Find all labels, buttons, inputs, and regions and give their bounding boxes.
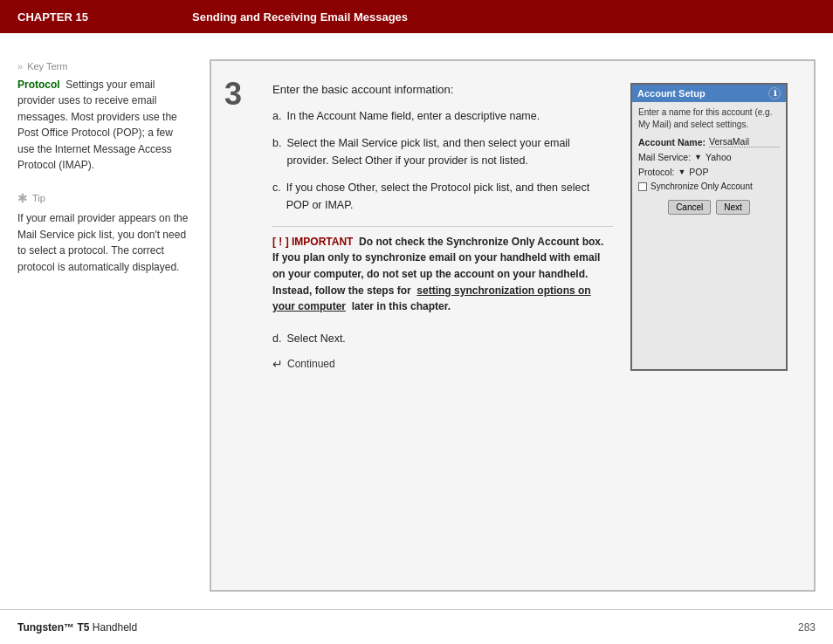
protocol-field-label: Protocol: <box>638 167 674 177</box>
step-c-label: c. <box>272 180 281 214</box>
step-d: d. Select Next. <box>272 332 613 345</box>
tip-header: ✱ Tip <box>17 189 192 208</box>
dialog-description: Enter a name for this account (e.g. My M… <box>638 106 780 131</box>
step-d-text: Select Next. <box>286 332 345 345</box>
step-b: b. Select the Mail Service pick list, an… <box>272 135 613 169</box>
continued-text: Continued <box>287 358 335 370</box>
account-setup-dialog: Account Setup ℹ Enter a name for this ac… <box>630 83 788 371</box>
page-footer: Tungsten™ T5 Handheld 283 <box>0 609 833 644</box>
key-term-text: Settings your email provider uses to rec… <box>17 79 177 172</box>
key-term-label: Key Term <box>27 59 67 74</box>
dialog-buttons: Cancel Next <box>638 196 780 219</box>
key-term-header: » Key Term <box>17 59 192 74</box>
account-name-field: Account Name: VersaMail <box>638 136 780 147</box>
important-box: [ ! ] IMPORTANT Do not check the Synchro… <box>272 226 613 322</box>
step-number: 3 <box>224 79 242 110</box>
step-a-text: In the Account Name field, enter a descr… <box>286 108 540 125</box>
sync-checkbox[interactable] <box>638 182 647 191</box>
mail-service-label: Mail Service: <box>638 152 691 162</box>
key-term-section: » Key Term Protocol Settings your email … <box>17 59 192 174</box>
dialog-title-bar: Account Setup ℹ <box>632 85 786 102</box>
sync-checkbox-row: Synchronize Only Account <box>638 182 780 191</box>
main-content: » Key Term Protocol Settings your email … <box>0 33 833 609</box>
tip-section: ✱ Tip If your email provider appears on … <box>17 189 192 275</box>
chevron-right-icon: » <box>17 59 23 74</box>
protocol-field: Protocol: ▼ POP <box>638 167 780 177</box>
tip-body: If your email provider appears on the Ma… <box>17 210 192 275</box>
header-title: Sending and Receiving Email Messages <box>192 10 408 24</box>
page-header: CHAPTER 15 Sending and Receiving Email M… <box>0 0 833 33</box>
dialog-title: Account Setup <box>637 88 706 99</box>
brand-bold: Tungsten™ T5 <box>17 621 89 634</box>
content-text: Enter the basic account information: a. … <box>272 83 613 371</box>
continued-indicator: ↵ Continued <box>272 357 613 371</box>
important-label: [ ! ] IMPORTANT <box>272 236 353 248</box>
dialog-info-icon[interactable]: ℹ <box>768 87 781 99</box>
step-a: a. In the Account Name field, enter a de… <box>272 108 613 125</box>
brand-rest: Handheld <box>89 621 137 634</box>
account-name-value: VersaMail <box>709 136 780 147</box>
asterisk-icon: ✱ <box>17 189 28 208</box>
important-suffix: later in this chapter. <box>352 300 451 312</box>
key-term-body: Protocol Settings your email provider us… <box>17 77 192 175</box>
protocol-value[interactable]: POP <box>689 167 708 177</box>
footer-brand: Tungsten™ T5 Handheld <box>17 621 137 634</box>
chapter-label: CHAPTER 15 <box>17 10 192 24</box>
step-c: c. If you chose Other, select the Protoc… <box>272 180 613 214</box>
protocol-dropdown-icon: ▼ <box>678 168 685 176</box>
content-box: 3 Enter the basic account information: a… <box>210 59 816 592</box>
mail-service-value[interactable]: Yahoo <box>706 152 732 162</box>
cancel-button[interactable]: Cancel <box>668 200 711 215</box>
account-name-label: Account Name: <box>638 137 706 147</box>
mail-service-field: Mail Service: ▼ Yahoo <box>638 152 780 162</box>
dropdown-arrow-icon: ▼ <box>694 153 702 161</box>
intro-text: Enter the basic account information: <box>272 83 613 96</box>
step-b-label: b. <box>272 135 281 169</box>
continued-arrow-icon: ↵ <box>272 357 283 371</box>
tip-label: Tip <box>32 191 45 206</box>
step-c-text: If you chose Other, select the Protocol … <box>286 180 613 214</box>
next-button[interactable]: Next <box>716 200 750 215</box>
step-b-text: Select the Mail Service pick list, and t… <box>286 135 613 169</box>
dialog-body: Enter a name for this account (e.g. My M… <box>632 102 786 223</box>
steps-list: a. In the Account Name field, enter a de… <box>272 108 613 214</box>
page-number: 283 <box>798 621 816 634</box>
step-d-label: d. <box>272 332 281 345</box>
protocol-label: Protocol <box>17 79 60 91</box>
sync-label: Synchronize Only Account <box>651 182 753 191</box>
content-inner: Enter the basic account information: a. … <box>272 83 788 371</box>
sidebar: » Key Term Protocol Settings your email … <box>17 59 192 592</box>
step-a-label: a. <box>272 108 281 125</box>
